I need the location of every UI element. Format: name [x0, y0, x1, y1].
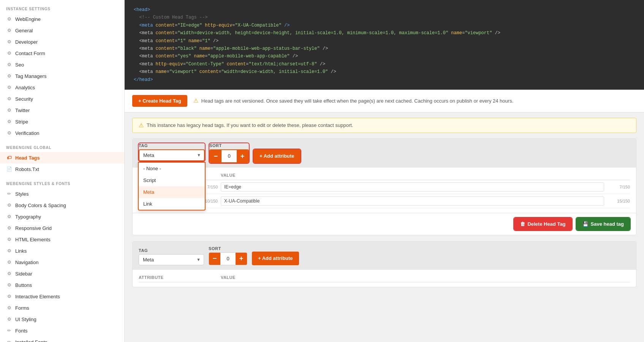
sidebar-item-seo[interactable]: ⚙ Seo — [0, 59, 124, 70]
sidebar-item-verification[interactable]: ⚙ Verification — [0, 127, 124, 139]
code-line-meta7: <meta name="viewport" content="width=dev… — [134, 69, 336, 74]
pencil-icon: ✏ — [6, 339, 12, 342]
sidebar-item-twitter[interactable]: ⚙ Twitter — [0, 104, 124, 116]
main-content: <head> <!-- Custom Head Tags --> <meta c… — [125, 0, 644, 342]
tag-select-2[interactable]: Meta — [139, 255, 204, 265]
sidebar-item-analytics[interactable]: ⚙ Analytics — [0, 82, 124, 93]
sort-field-group-1: Sort − 0 + — [209, 143, 249, 163]
add-attribute-button-2[interactable]: + Add attribute — [252, 252, 299, 265]
warning-icon: ⚠ — [193, 97, 198, 104]
sidebar-item-developer[interactable]: ⚙ Developer — [0, 36, 124, 48]
sidebar-item-label: Links — [15, 248, 27, 254]
sort-increment-button-1[interactable]: + — [237, 150, 248, 162]
sidebar-item-interactive-elements[interactable]: ⚙ Interactive Elements — [0, 291, 124, 302]
code-line-meta1: <meta content="IE=edge" http-equiv="X-UA… — [134, 23, 290, 28]
tag-select-wrap-2: Meta ▼ — [139, 254, 204, 265]
gear-icon: ⚙ — [6, 107, 12, 113]
sidebar-item-label: Sidebar — [15, 271, 32, 277]
sidebar-item-label: Head Tags — [15, 155, 40, 161]
sidebar-item-label: Forms — [15, 305, 29, 311]
dropdown-option-meta[interactable]: Meta — [139, 186, 205, 198]
sidebar-item-installed-fonts[interactable]: ✏ Installed Fonts — [0, 336, 124, 342]
sidebar-item-label: Verification — [15, 130, 40, 136]
sort-increment-button-2[interactable]: + — [236, 253, 247, 265]
sidebar-item-label: Tag Managers — [15, 73, 46, 79]
delete-label: Delete Head Tag — [527, 221, 565, 227]
sidebar-item-webengine[interactable]: ⚙ WebEngine — [0, 13, 124, 25]
sidebar-item-label: Robots.Txt — [15, 166, 39, 172]
sidebar-item-label: WebEngine — [15, 16, 41, 22]
sidebar-item-navigation[interactable]: ⚙ Navigation — [0, 256, 124, 268]
table-row: content 10/150 X-UA-Compatible 15/150 — [139, 194, 630, 208]
sidebar-item-label: Body Colors & Spacing — [15, 203, 66, 208]
sidebar-item-label: Seo — [15, 62, 24, 68]
sidebar-item-label: Responsive Grid — [15, 225, 52, 231]
add-attribute-button-1[interactable]: + Add attribute — [253, 149, 301, 163]
sidebar-item-ui-styling[interactable]: ⚙ UI Styling — [0, 314, 124, 325]
delete-head-tag-button[interactable]: 🗑 Delete Head Tag — [514, 218, 571, 230]
warning-triangle-icon: ⚠ — [139, 122, 144, 129]
content-area: + Create Head Tag ⚠ Head tags are not ve… — [125, 90, 644, 342]
sidebar-item-responsive-grid[interactable]: ⚙ Responsive Grid — [0, 222, 124, 234]
webengine-global-label: WEBENGINE GLOBAL — [0, 139, 124, 152]
webengine-styles-label: WEBENGINE STYLES & FONTS — [0, 175, 124, 188]
gear-icon: ⚙ — [6, 248, 12, 254]
sidebar-item-label: UI Styling — [15, 317, 36, 322]
sort-decrement-button-1[interactable]: − — [210, 150, 222, 162]
gear-icon: ⚙ — [6, 293, 12, 299]
val-count-2: 15/150 — [607, 199, 630, 203]
sidebar-item-robots-txt[interactable]: 📄 Robots.Txt — [0, 163, 124, 175]
sidebar-item-sidebar[interactable]: ⚙ Sidebar — [0, 268, 124, 279]
tag-label-2: Tag — [139, 248, 204, 253]
attr-value-field-2[interactable]: X-UA-Compatible — [221, 196, 604, 206]
sort-wrap-2: − 0 + — [209, 252, 247, 265]
save-icon: 💾 — [582, 221, 589, 227]
gear-icon: ⚙ — [6, 202, 12, 208]
attr-table-2: Attribute Value — [133, 270, 636, 287]
dropdown-option-none[interactable]: - None - — [139, 163, 205, 174]
gear-icon: ⚙ — [6, 236, 12, 242]
sidebar-item-forms[interactable]: ⚙ Forms — [0, 302, 124, 314]
sidebar-item-fonts[interactable]: ✏ Fonts — [0, 325, 124, 336]
gear-icon: ⚙ — [6, 16, 12, 22]
toolbar: + Create Head Tag ⚠ Head tags are not ve… — [125, 90, 644, 112]
sort-decrement-button-2[interactable]: − — [209, 253, 220, 265]
attr-value-field[interactable]: IE=edge — [221, 182, 604, 192]
sidebar-item-label: HTML Elements — [15, 237, 51, 242]
sidebar-item-tag-managers[interactable]: ⚙ Tag Managers — [0, 70, 124, 82]
gear-icon: ⚙ — [6, 130, 12, 136]
gear-icon: ⚙ — [6, 119, 12, 125]
dropdown-option-link[interactable]: Link — [139, 198, 205, 210]
dropdown-option-script[interactable]: Script — [139, 174, 205, 186]
tag-select-wrap-1: Meta ▼ — [139, 149, 205, 161]
gear-icon: ⚙ — [6, 50, 12, 56]
code-line-head-open: <head> — [134, 7, 150, 13]
sidebar-item-general[interactable]: ⚙ General — [0, 25, 124, 36]
create-head-tag-button[interactable]: + Create Head Tag — [132, 95, 187, 107]
sidebar-item-styles[interactable]: ✏ Styles — [0, 188, 124, 200]
sidebar-item-label: Stripe — [15, 119, 28, 125]
save-head-tag-button[interactable]: 💾 Save head tag — [576, 218, 630, 230]
code-comment: <!-- Custom Head Tags --> — [134, 15, 207, 20]
sidebar-item-security[interactable]: ⚙ Security — [0, 93, 124, 104]
gear-icon: ⚙ — [6, 225, 12, 231]
code-line-meta2: <meta content="width=device-width, heigh… — [134, 30, 500, 36]
sidebar-item-stripe[interactable]: ⚙ Stripe — [0, 116, 124, 127]
gear-icon: ⚙ — [6, 271, 12, 277]
legacy-warning-banner: ⚠ This instance has legacy head tags. If… — [132, 118, 636, 133]
sidebar-item-typography[interactable]: ⚙ Typography — [0, 211, 124, 222]
sidebar-item-links[interactable]: ⚙ Links — [0, 245, 124, 256]
doc-icon: 📄 — [6, 166, 12, 172]
sidebar-item-html-elements[interactable]: ⚙ HTML Elements — [0, 234, 124, 245]
sidebar-item-head-tags[interactable]: 🏷 Head Tags — [0, 152, 124, 163]
sidebar-item-body-colors-spacing[interactable]: ⚙ Body Colors & Spacing — [0, 200, 124, 211]
head-tag-card-2: Tag Meta ▼ Sort − 0 + — [132, 241, 636, 287]
sidebar-item-label: General — [15, 28, 33, 33]
tag-select-1[interactable]: Meta — [139, 150, 204, 160]
code-line-meta6: <meta http-equiv="Content-Type" content=… — [134, 62, 325, 67]
table-row: http-equiv 7/150 IE=edge 7/150 — [139, 180, 630, 194]
sidebar-item-buttons[interactable]: ⚙ Buttons — [0, 279, 124, 291]
gear-icon: ⚙ — [6, 259, 12, 265]
sidebar-item-contact-form[interactable]: ⚙ Contact Form — [0, 48, 124, 59]
head-tag-card-1: Tag Meta ▼ - None - Script Meta Link — [132, 138, 636, 235]
